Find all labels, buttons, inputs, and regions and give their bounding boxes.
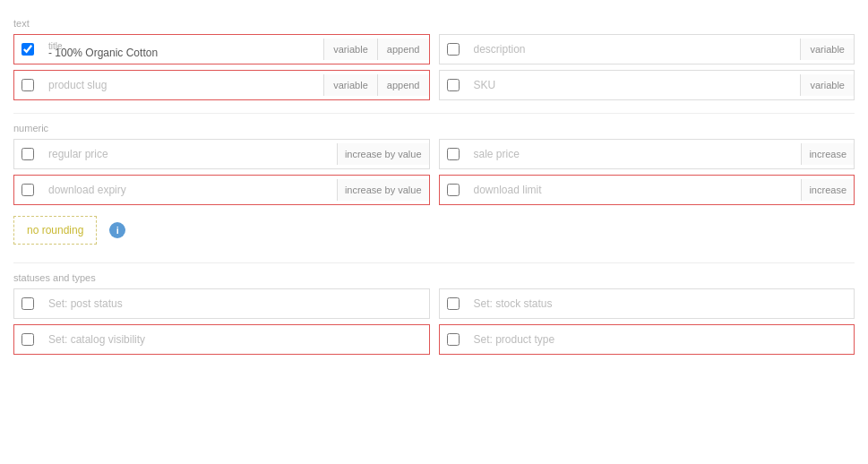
regular-price-checkbox-cell[interactable] bbox=[14, 148, 41, 160]
download-limit-input[interactable] bbox=[467, 178, 802, 202]
product-slug-append-tag: append bbox=[377, 74, 429, 96]
download-limit-field-group: increase bbox=[439, 175, 855, 205]
download-expiry-field-group: increase by value bbox=[13, 175, 430, 205]
sku-variable-tag: variable bbox=[800, 74, 854, 96]
product-type-checkbox[interactable] bbox=[447, 333, 460, 346]
product-slug-input[interactable] bbox=[41, 73, 323, 97]
post-status-checkbox-cell[interactable] bbox=[14, 297, 41, 310]
no-rounding-box[interactable]: no rounding bbox=[13, 216, 97, 245]
regular-price-increase-tag: increase by value bbox=[337, 143, 429, 165]
catalog-visibility-field-group bbox=[13, 324, 430, 355]
text-row-2: variable append variable bbox=[13, 70, 855, 100]
numeric-row-2: increase by value increase bbox=[13, 175, 855, 205]
numeric-section-label: numeric bbox=[13, 123, 855, 133]
post-status-field-group bbox=[13, 288, 430, 319]
text-row-1: title - 100% Organic Cotton variable app… bbox=[13, 34, 855, 64]
title-checkbox-cell[interactable] bbox=[14, 43, 41, 56]
numeric-section: numeric increase by value increase bbox=[13, 123, 855, 250]
stock-status-checkbox[interactable] bbox=[447, 297, 460, 310]
text-section-label: text bbox=[13, 18, 855, 29]
regular-price-checkbox[interactable] bbox=[21, 148, 34, 160]
sale-price-checkbox[interactable] bbox=[447, 148, 460, 160]
download-expiry-input[interactable] bbox=[41, 178, 337, 202]
title-field-value: - 100% Organic Cotton bbox=[48, 45, 158, 59]
description-field-group: variable bbox=[439, 34, 855, 64]
product-slug-checkbox-cell[interactable] bbox=[14, 79, 41, 91]
product-type-field-group bbox=[439, 324, 855, 355]
product-slug-variable-tag: variable bbox=[323, 74, 377, 96]
download-expiry-increase-tag: increase by value bbox=[337, 179, 429, 201]
catalog-visibility-checkbox-cell[interactable] bbox=[14, 333, 41, 346]
sku-checkbox-cell[interactable] bbox=[440, 79, 467, 91]
statuses-row-2 bbox=[13, 324, 855, 355]
sku-input[interactable] bbox=[467, 73, 801, 97]
product-slug-field-group: variable append bbox=[13, 70, 430, 100]
regular-price-field-group: increase by value bbox=[13, 139, 430, 169]
stock-status-input[interactable] bbox=[467, 292, 855, 315]
catalog-visibility-checkbox[interactable] bbox=[21, 333, 34, 346]
statuses-types-label: statuses and types bbox=[13, 272, 855, 283]
description-variable-tag: variable bbox=[800, 39, 854, 60]
numeric-row-1: increase by value increase bbox=[13, 139, 855, 169]
title-checkbox[interactable] bbox=[21, 43, 34, 56]
text-section: text title - 100% Organic Cotton variabl… bbox=[13, 18, 855, 100]
title-label-area: title - 100% Organic Cotton bbox=[41, 39, 323, 59]
download-limit-checkbox-cell[interactable] bbox=[440, 184, 467, 196]
stock-status-field-group bbox=[439, 288, 855, 319]
post-status-input[interactable] bbox=[41, 292, 429, 315]
no-rounding-row: no rounding i bbox=[13, 211, 855, 250]
description-checkbox[interactable] bbox=[447, 43, 460, 56]
description-checkbox-cell[interactable] bbox=[440, 43, 467, 56]
info-icon[interactable]: i bbox=[109, 222, 125, 238]
description-input[interactable] bbox=[467, 38, 801, 61]
product-type-input[interactable] bbox=[467, 328, 855, 351]
post-status-checkbox[interactable] bbox=[21, 297, 34, 310]
title-field-group: title - 100% Organic Cotton variable app… bbox=[13, 34, 430, 64]
download-expiry-checkbox[interactable] bbox=[21, 184, 34, 196]
statuses-types-section: statuses and types bbox=[13, 272, 855, 355]
title-append-tag: append bbox=[377, 39, 429, 60]
download-limit-checkbox[interactable] bbox=[447, 184, 460, 196]
product-type-checkbox-cell[interactable] bbox=[440, 333, 467, 346]
title-field-title: title bbox=[48, 41, 63, 51]
product-slug-checkbox[interactable] bbox=[21, 79, 34, 91]
catalog-visibility-input[interactable] bbox=[41, 328, 429, 351]
divider-2 bbox=[13, 262, 855, 263]
download-expiry-checkbox-cell[interactable] bbox=[14, 184, 41, 196]
sale-price-increase-tag: increase bbox=[801, 143, 854, 165]
sku-field-group: variable bbox=[439, 70, 855, 100]
regular-price-input[interactable] bbox=[41, 142, 337, 166]
sale-price-checkbox-cell[interactable] bbox=[440, 148, 467, 160]
sale-price-field-group: increase bbox=[439, 139, 855, 169]
statuses-row-1 bbox=[13, 288, 855, 319]
divider-1 bbox=[13, 113, 855, 114]
sku-checkbox[interactable] bbox=[447, 79, 460, 91]
sale-price-input[interactable] bbox=[467, 142, 802, 166]
stock-status-checkbox-cell[interactable] bbox=[440, 297, 467, 310]
no-rounding-label: no rounding bbox=[27, 224, 83, 236]
download-limit-increase-tag: increase bbox=[801, 179, 854, 201]
title-variable-tag: variable bbox=[323, 39, 377, 60]
